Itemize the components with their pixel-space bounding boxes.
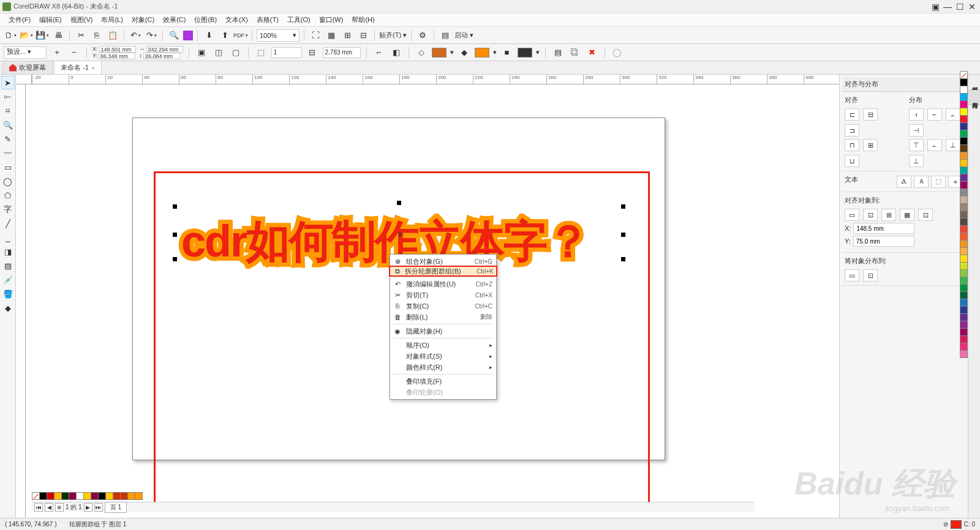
dist-to-selection-button[interactable]: ▭ [845, 269, 859, 282]
print-button[interactable]: 🖶 [51, 29, 65, 42]
menu-编辑[interactable]: 编辑(E) [36, 14, 66, 26]
menu-对象[interactable]: 对象(C) [128, 14, 158, 26]
app-launcher-icon[interactable]: ▤ [439, 29, 452, 42]
parallel-dim-tool[interactable]: ╱ [1, 217, 15, 230]
selection-handle[interactable] [621, 257, 625, 261]
ctx-删除[interactable]: 🗑删除(L)删除 [390, 312, 496, 323]
redo-button[interactable]: ↷ [145, 29, 158, 42]
help-hint-icon[interactable]: ▣ [930, 2, 941, 12]
shape-tool[interactable]: ⟜ [1, 90, 15, 103]
selection-handle[interactable] [621, 233, 625, 237]
ctx-颜色样式[interactable]: 颜色样式(R) [390, 362, 496, 373]
ctx-叠印填充[interactable]: 叠印填充(F) [390, 376, 496, 387]
vertical-ruler[interactable] [16, 84, 26, 520]
ctx-撤消编辑属性[interactable]: ↶撤消编辑属性(U)Ctrl+Z [390, 278, 496, 289]
close-tab-icon[interactable]: × [91, 64, 95, 72]
fill-flyout-icon[interactable]: ◆ [458, 46, 471, 59]
steps-input[interactable]: 1 [271, 47, 302, 58]
menu-工具[interactable]: 工具(O) [284, 14, 314, 26]
outline-color-swatch[interactable] [432, 48, 447, 58]
menu-位图[interactable]: 位图(B) [190, 14, 221, 26]
document-tab[interactable]: 未命名 -1× [54, 61, 102, 74]
transparency-tool[interactable]: ▨ [1, 259, 15, 272]
publish-pdf-button[interactable]: PDF [234, 29, 247, 42]
guides-button[interactable]: ⊟ [356, 29, 370, 42]
artistic-text-object[interactable]: cdr如何制作立体字？ cdr如何制作立体字？ [181, 212, 589, 271]
launch-dropdown[interactable]: 启动 ▾ [454, 31, 473, 40]
shadow-flyout-icon[interactable]: ■ [500, 46, 514, 59]
copy-button[interactable]: ⎘ [90, 29, 104, 42]
offset-input[interactable]: 2.783 mm [323, 47, 361, 58]
connector-tool[interactable]: ⎯ [1, 231, 15, 244]
ctx-对象样式[interactable]: 对象样式(S) [390, 351, 496, 362]
text-baseline-button[interactable]: Ⲁ [897, 176, 911, 188]
align-to-page-center-button[interactable]: ⊞ [881, 209, 896, 221]
menu-布局[interactable]: 布局(L) [97, 14, 126, 26]
color-proof-button[interactable] [183, 31, 193, 40]
palette-swatch[interactable] [960, 350, 968, 358]
doc-palette-swatch[interactable] [32, 492, 40, 500]
dist-center-h-button[interactable]: ⫟ [927, 108, 942, 121]
ctx-顺序[interactable]: 顺序(O) [390, 340, 496, 351]
interactive-fill-tool[interactable]: 🪣 [1, 287, 15, 300]
convert-button[interactable]: ◯ [611, 46, 624, 59]
align-to-point-button[interactable]: ⊡ [918, 209, 933, 221]
options-button[interactable]: ⚙ [416, 29, 429, 42]
ruler-origin[interactable] [16, 75, 32, 84]
drop-shadow-tool[interactable]: ◨ [1, 245, 15, 258]
selection-handle[interactable] [173, 204, 177, 209]
menu-文件[interactable]: 文件(F) [5, 14, 34, 26]
ellipse-tool[interactable]: ◯ [1, 174, 15, 188]
menu-视图[interactable]: 视图(V) [67, 14, 97, 26]
contour-color-button[interactable]: ◧ [390, 46, 403, 59]
welcome-tab[interactable]: 欢迎屏幕 [2, 61, 53, 74]
selection-handle[interactable] [173, 257, 177, 261]
width-input[interactable]: 242.294 mm [146, 46, 183, 53]
last-page-button[interactable]: ⏭ [94, 503, 103, 512]
height-input[interactable]: 26.084 mm [143, 53, 180, 59]
fill-none-icon[interactable]: ⊘ [943, 521, 948, 528]
dist-spacing-v-button[interactable]: ⊥ [946, 139, 960, 151]
cut-button[interactable]: ✂ [74, 29, 88, 42]
zoom-combo[interactable]: 100%▾ [257, 29, 300, 42]
status-fill-swatch[interactable] [951, 520, 962, 529]
contour-inside-button[interactable]: ◫ [212, 46, 225, 59]
align-x-input[interactable] [853, 223, 914, 234]
selection-handle[interactable] [397, 201, 401, 205]
object-props-button[interactable]: ▤ [551, 46, 565, 59]
freehand-tool[interactable]: ✎ [1, 132, 15, 146]
dist-to-page-button[interactable]: ⊡ [863, 269, 878, 282]
last-fill-swatch[interactable] [518, 48, 532, 58]
paste-button[interactable]: 📋 [106, 29, 119, 42]
save-button[interactable]: 💾 [36, 29, 49, 42]
contour-center-button[interactable]: ▣ [195, 46, 208, 59]
menu-帮助[interactable]: 帮助(H) [348, 14, 378, 26]
align-right-button[interactable]: ⊐ [845, 124, 859, 136]
docker-tab-props[interactable]: 对象属性 [968, 75, 980, 90]
doc-palette-swatch[interactable] [135, 492, 143, 500]
menu-表格[interactable]: 表格(T) [253, 14, 282, 26]
pick-tool[interactable]: ➤ [1, 76, 15, 89]
ctx-隐藏对象[interactable]: ◉隐藏对象(H) [390, 326, 496, 337]
copy-props-button[interactable]: ⿻ [568, 46, 582, 59]
artistic-media-tool[interactable]: 〰 [1, 146, 15, 160]
dist-right-button[interactable]: ⊣ [909, 124, 924, 136]
grid-button[interactable]: ⊞ [341, 29, 354, 42]
open-button[interactable]: 📂 [20, 29, 33, 42]
y-input[interactable]: 86.348 mm [99, 53, 135, 59]
fill-color-swatch[interactable] [475, 48, 489, 58]
color-palette[interactable] [960, 71, 968, 357]
x-input[interactable]: 148.501 mm [99, 46, 136, 53]
align-top-button[interactable]: ⊓ [845, 139, 859, 151]
align-y-input[interactable] [853, 236, 914, 247]
ctx-剪切[interactable]: ✂剪切(T)Ctrl+X [390, 289, 496, 300]
fullscreen-button[interactable]: ⛶ [309, 29, 322, 42]
ctx-复制[interactable]: ⎘复制(C)Ctrl+C [390, 300, 496, 312]
selection-handle[interactable] [173, 233, 177, 237]
minimize-button[interactable]: — [942, 2, 953, 12]
text-option-button[interactable]: Ａ [914, 176, 929, 188]
horizontal-ruler[interactable]: -200204060801001201401601802002202402602… [32, 75, 839, 84]
dist-top-button[interactable]: ⊤ [909, 139, 924, 151]
export-button[interactable]: ⬆ [218, 29, 232, 42]
add-preset-button[interactable]: + [50, 46, 64, 59]
